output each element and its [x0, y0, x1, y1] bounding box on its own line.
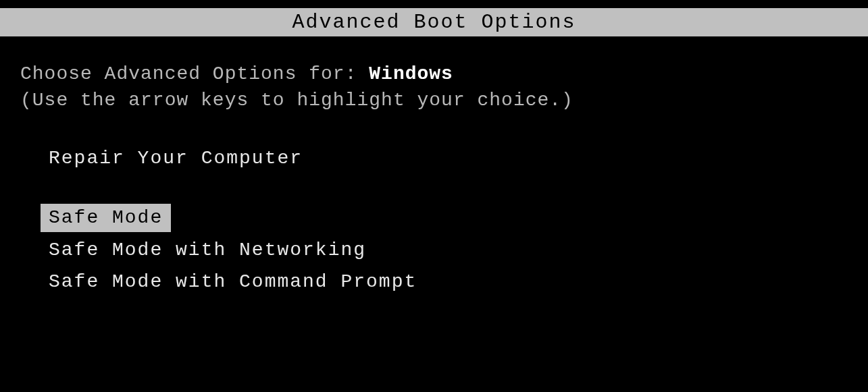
os-name: Windows	[369, 63, 453, 84]
hint-line: (Use the arrow keys to highlight your ch…	[20, 90, 848, 111]
menu-item-safe-mode-networking[interactable]: Safe Mode with Networking	[41, 236, 374, 264]
menu-item-safe-mode[interactable]: Safe Mode	[41, 204, 171, 232]
screen-title: Advanced Boot Options	[292, 11, 576, 34]
menu-item-repair[interactable]: Repair Your Computer	[41, 144, 311, 173]
prompt-line: Choose Advanced Options for: Windows	[20, 63, 848, 84]
title-bar: Advanced Boot Options	[0, 8, 868, 36]
menu-item-safe-mode-cmd[interactable]: Safe Mode with Command Prompt	[41, 268, 425, 296]
prompt-label: Choose Advanced Options for:	[20, 63, 369, 84]
content-area: Choose Advanced Options for: Windows (Us…	[0, 36, 868, 300]
boot-menu[interactable]: Repair Your Computer Safe Mode Safe Mode…	[20, 144, 848, 300]
